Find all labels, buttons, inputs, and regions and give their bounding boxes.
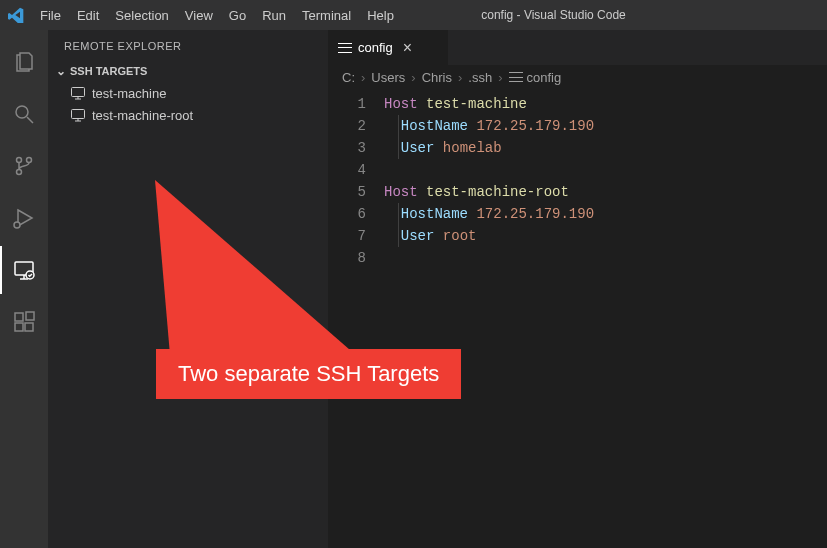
- activity-debug[interactable]: [0, 194, 48, 242]
- svg-point-4: [17, 170, 22, 175]
- breadcrumb-seg: config: [527, 70, 562, 85]
- line-number: 7: [328, 225, 366, 247]
- breadcrumb-seg: C:: [342, 70, 355, 85]
- line-number: 6: [328, 203, 366, 225]
- menu-go[interactable]: Go: [221, 4, 254, 27]
- line-number: 1: [328, 93, 366, 115]
- svg-line-1: [27, 117, 33, 123]
- titlebar: File Edit Selection View Go Run Terminal…: [0, 0, 827, 30]
- line-number: 5: [328, 181, 366, 203]
- source-control-icon: [12, 154, 36, 178]
- svg-rect-18: [72, 110, 85, 119]
- code-line[interactable]: HostName 172.25.179.190: [384, 203, 827, 225]
- ssh-target-item[interactable]: test-machine: [48, 82, 328, 104]
- code-line[interactable]: User homelab: [384, 137, 827, 159]
- chevron-down-icon: ⌄: [56, 64, 66, 78]
- breadcrumb[interactable]: C:› Users› Chris› .ssh› config: [328, 65, 827, 89]
- debug-icon: [12, 206, 36, 230]
- line-gutter: 12345678: [328, 93, 384, 548]
- chevron-right-icon: ›: [458, 70, 462, 85]
- vscode-logo-icon: [8, 7, 24, 23]
- list-icon: [338, 43, 352, 53]
- annotation-label: Two separate SSH Targets: [156, 349, 461, 399]
- menu-view[interactable]: View: [177, 4, 221, 27]
- ssh-target-label: test-machine: [92, 86, 166, 101]
- breadcrumb-seg: Chris: [422, 70, 452, 85]
- activity-remote-explorer[interactable]: [0, 246, 48, 294]
- code-line[interactable]: HostName 172.25.179.190: [384, 115, 827, 137]
- monitor-icon: [70, 85, 86, 101]
- files-icon: [12, 50, 36, 74]
- svg-point-3: [17, 158, 22, 163]
- activity-extensions[interactable]: [0, 298, 48, 346]
- activity-search[interactable]: [0, 90, 48, 138]
- extensions-icon: [12, 310, 36, 334]
- svg-rect-12: [15, 323, 23, 331]
- main-area: REMOTE EXPLORER ⌄ SSH TARGETS test-machi…: [0, 30, 827, 548]
- breadcrumb-seg: .ssh: [468, 70, 492, 85]
- close-icon[interactable]: ×: [403, 39, 412, 57]
- line-number: 4: [328, 159, 366, 181]
- editor-tabs: config ×: [328, 30, 827, 65]
- chevron-right-icon: ›: [411, 70, 415, 85]
- activity-bar: [0, 30, 48, 548]
- menu-bar: File Edit Selection View Go Run Terminal…: [32, 4, 402, 27]
- menu-terminal[interactable]: Terminal: [294, 4, 359, 27]
- svg-rect-13: [25, 323, 33, 331]
- section-label: SSH TARGETS: [70, 65, 147, 77]
- list-icon: [509, 72, 523, 82]
- line-number: 8: [328, 247, 366, 269]
- menu-help[interactable]: Help: [359, 4, 402, 27]
- svg-point-0: [16, 106, 28, 118]
- menu-edit[interactable]: Edit: [69, 4, 107, 27]
- code-line[interactable]: Host test-machine-root: [384, 181, 827, 203]
- code-editor[interactable]: 12345678 Host test-machine HostName 172.…: [328, 89, 827, 548]
- tab-label: config: [358, 40, 393, 55]
- sidebar: REMOTE EXPLORER ⌄ SSH TARGETS test-machi…: [48, 30, 328, 548]
- chevron-right-icon: ›: [361, 70, 365, 85]
- editor-area: config × C:› Users› Chris› .ssh› config …: [328, 30, 827, 548]
- ssh-target-label: test-machine-root: [92, 108, 193, 123]
- line-number: 2: [328, 115, 366, 137]
- menu-selection[interactable]: Selection: [107, 4, 176, 27]
- tab-config[interactable]: config ×: [328, 30, 448, 65]
- chevron-right-icon: ›: [498, 70, 502, 85]
- menu-file[interactable]: File: [32, 4, 69, 27]
- svg-rect-11: [15, 313, 23, 321]
- search-icon: [12, 102, 36, 126]
- sidebar-title: REMOTE EXPLORER: [48, 30, 328, 62]
- svg-point-2: [27, 158, 32, 163]
- code-line[interactable]: [384, 159, 827, 181]
- code-line[interactable]: [384, 247, 827, 269]
- menu-run[interactable]: Run: [254, 4, 294, 27]
- monitor-icon: [70, 107, 86, 123]
- ssh-target-item[interactable]: test-machine-root: [48, 104, 328, 126]
- breadcrumb-seg: Users: [371, 70, 405, 85]
- ssh-targets-list: test-machine test-machine-root: [48, 80, 328, 128]
- svg-rect-15: [72, 88, 85, 97]
- ssh-targets-header[interactable]: ⌄ SSH TARGETS: [48, 62, 328, 80]
- line-number: 3: [328, 137, 366, 159]
- svg-rect-14: [26, 312, 34, 320]
- remote-explorer-icon: [12, 258, 36, 282]
- activity-source-control[interactable]: [0, 142, 48, 190]
- activity-explorer[interactable]: [0, 38, 48, 86]
- code-content[interactable]: Host test-machine HostName 172.25.179.19…: [384, 93, 827, 548]
- svg-point-6: [14, 222, 20, 228]
- code-line[interactable]: User root: [384, 225, 827, 247]
- code-line[interactable]: Host test-machine: [384, 93, 827, 115]
